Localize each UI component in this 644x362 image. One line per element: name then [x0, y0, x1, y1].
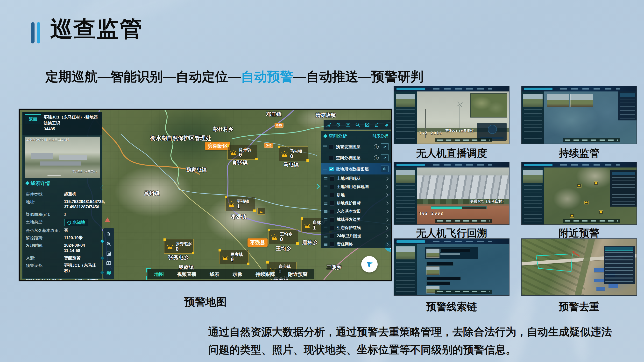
map-label: 枣强镇: [231, 213, 246, 220]
target-icon[interactable]: [336, 122, 341, 127]
layer-checkbox[interactable]: [330, 217, 334, 222]
layer-checkbox[interactable]: [330, 242, 334, 247]
warning-marker-xiaozhang[interactable]: 肖张镇 0: [228, 145, 257, 160]
zoom-out-icon[interactable]: [106, 241, 111, 247]
warning-marker-zaoqiang[interactable]: 枣强镇 1: [226, 197, 255, 211]
clue-title: 枣强JC1（东马庄村）-耕地违法施工识 34485: [44, 114, 100, 132]
chevron-right-icon: [385, 242, 389, 246]
map-label: 清凉店镇: [316, 112, 336, 118]
layer-item[interactable]: 耕地保护目标: [321, 199, 391, 207]
edit-layer-button[interactable]: [381, 143, 388, 150]
atlas-book-icon[interactable]: [106, 261, 111, 266]
thumb-topbar: [522, 86, 636, 91]
warning-map-screenshot: 邓庄镇 清凉店镇 彭杜村乡 衡水湖自然保护区管理处 小寨乡 魏家屯镇 冀州镇 肖…: [18, 109, 392, 281]
flow-pre: 定期巡航—智能识别—自动定位—: [46, 69, 241, 84]
tab-recordings[interactable]: 录像: [233, 271, 242, 278]
platform-title-bar: [524, 88, 552, 90]
layer-checkbox[interactable]: [330, 193, 334, 197]
basemap-switch-icon[interactable]: [106, 270, 111, 276]
layer-row-dedup[interactable]: 预警去重图层 i: [321, 141, 391, 152]
video-progress[interactable]: [47, 175, 61, 176]
warning-marker-matun[interactable]: 马屯镇 0: [279, 146, 308, 161]
warning-marker-wangjun[interactable]: 王均乡 0: [268, 230, 298, 244]
warning-marker-zhangxiutun[interactable]: 张秀屯乡 0: [164, 239, 194, 254]
thumbnail-nearby-warnings[interactable]: [522, 162, 636, 224]
clue-video-thumbnail[interactable]: 2024年09月04日 星期三 11:14:57 枣强JC1（东马庄村）: [25, 137, 100, 178]
clue-entry-label: [426, 281, 450, 285]
tab-clues[interactable]: 线索: [210, 271, 220, 278]
map-label: 张秀屯乡: [168, 254, 188, 261]
layer-checkbox[interactable]: [330, 234, 334, 238]
thumbnail-drone-live[interactable]: 枣强JC1（东马庄村） T-Z 2016: [394, 86, 509, 144]
clue-entry-label: [426, 262, 454, 266]
thumb-info-panel: [394, 91, 417, 144]
info-icon[interactable]: i: [374, 155, 378, 160]
layer-item[interactable]: 24年卫片图斑: [321, 232, 391, 240]
layer-checkbox[interactable]: [330, 201, 334, 206]
map-label: 冀州镇: [144, 190, 159, 197]
zoom-in-icon[interactable]: [106, 232, 111, 237]
search-icon[interactable]: [355, 122, 360, 127]
map-layers-icon[interactable]: [345, 122, 350, 127]
layer-row-spatial[interactable]: 空间分析图层 i: [321, 152, 391, 163]
warning-marker-mini[interactable]: [258, 208, 265, 215]
warning-marker-encha[interactable]: 恩察镇 0: [219, 250, 249, 264]
thumbnail-flight-playback[interactable]: 枣强JC1（东马庄村） T02 2008: [394, 162, 509, 224]
panel-header: 返回 枣强JC1（东马庄村）-耕地违法施工识 34485: [22, 112, 102, 135]
tab-live-video[interactable]: 视频直播: [177, 271, 196, 278]
mini-warning-marker: [570, 214, 574, 218]
locate-arrow-icon[interactable]: [326, 122, 331, 127]
video-building: [40, 161, 81, 166]
map-label: 肖张镇: [232, 159, 248, 166]
eraser-icon[interactable]: [384, 122, 389, 127]
thumbnail-clue-chain[interactable]: [394, 239, 509, 295]
layer-row-landuse-data[interactable]: 批地用地数据图层: [321, 163, 391, 174]
back-button[interactable]: 返回: [25, 114, 41, 124]
field-row: 土地类型:水浇地: [26, 219, 99, 226]
area-measure-icon[interactable]: [364, 122, 370, 127]
snapshot-photo[interactable]: [570, 94, 593, 107]
thumbnail-warning-dedup[interactable]: [522, 239, 636, 295]
siren-icon: [270, 233, 279, 240]
tab-nearby-warnings[interactable]: 附近预警: [288, 271, 308, 278]
layer-checkbox[interactable]: [330, 185, 334, 189]
info-icon[interactable]: i: [374, 144, 378, 149]
layer-item[interactable]: 耕地: [321, 191, 391, 199]
layer-checkbox-checked[interactable]: [329, 167, 334, 171]
layer-checkbox[interactable]: [329, 156, 334, 160]
chevron-right-icon: [385, 218, 389, 222]
distance-measure-icon[interactable]: [374, 122, 380, 127]
layer-item[interactable]: 永久基本农田: [321, 207, 391, 216]
layer-item[interactable]: 责任网格: [321, 240, 391, 248]
layer-checkbox[interactable]: [329, 145, 334, 149]
layer-item[interactable]: 城镇开发边界: [321, 216, 391, 224]
tab-tracking[interactable]: 持续跟踪: [256, 271, 275, 278]
playback-progress[interactable]: [431, 206, 486, 209]
field-row: 发现时间:2024-09-04 11:14:58: [26, 243, 99, 253]
layer-checkbox[interactable]: [330, 176, 334, 181]
layer-item[interactable]: 土地利用现状: [321, 174, 391, 183]
thumb-info-panel: [394, 244, 417, 295]
tab-spatial-analysis[interactable]: 空间分析: [324, 133, 347, 139]
layer-item[interactable]: 土地利用总体规划: [321, 183, 391, 191]
add-layer-button[interactable]: [381, 166, 388, 172]
drone-position-icon[interactable]: [105, 217, 110, 222]
tab-temporal-analysis[interactable]: 时序分析: [372, 134, 388, 139]
marker-warning-count: 0: [176, 246, 194, 252]
map-label: 唐林乡: [302, 239, 318, 246]
video-building: [59, 155, 87, 160]
timeline-panel: [618, 91, 636, 120]
layer-checkbox[interactable]: [330, 209, 334, 214]
thumbnail-continuous-supervision[interactable]: [522, 86, 636, 144]
timeline-entry: 2024-09-04 11:23:48处理人:刘赛映: [22, 276, 102, 281]
field-row: 来源:智能预警: [26, 255, 99, 261]
snapshot-photo[interactable]: [547, 94, 570, 107]
description-line1: 通过自然资源大数据分析，通过预警去重策略管理，去除合法行为，自动生成疑似违法: [208, 323, 624, 341]
nav-items: [433, 164, 492, 166]
tab-map[interactable]: 地图: [154, 271, 164, 278]
overview-window-icon[interactable]: [106, 251, 111, 256]
edit-layer-button[interactable]: [381, 154, 388, 161]
layer-checkbox[interactable]: [330, 226, 334, 230]
thumb-topbar: [522, 162, 636, 167]
layer-item[interactable]: 生态保护红线: [321, 224, 391, 232]
